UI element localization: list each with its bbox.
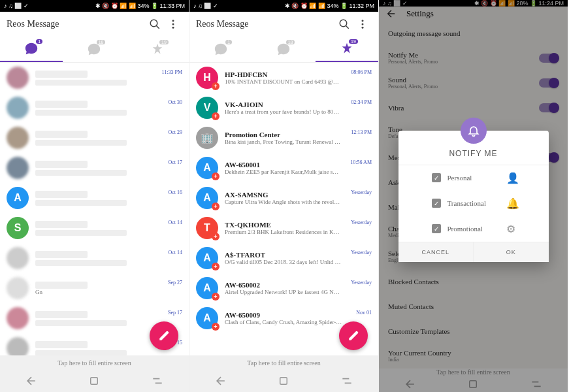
conversation-row[interactable]: Oct 17 <box>0 153 189 183</box>
person-icon: 👤 <box>506 172 515 184</box>
row-content <box>35 71 153 86</box>
avatar: A+ <box>196 277 218 299</box>
dialog-option-personal[interactable]: ✓ Personal 👤 <box>398 165 549 191</box>
conversation-row[interactable]: AOct 16 <box>0 183 189 213</box>
conversation-list[interactable]: H+HP-HDFCBN10% INSTANT DISCOUNT on Card … <box>189 63 378 355</box>
svg-point-3 <box>172 24 174 25</box>
cancel-button[interactable]: CANCEL <box>398 242 474 262</box>
message-preview <box>35 260 127 266</box>
conversation-row[interactable]: Oct 29 <box>0 123 189 153</box>
contact-name <box>35 131 88 138</box>
conversation-list[interactable]: 11:33 PMOct 30Oct 29Oct 17AOct 16SOct 14… <box>0 63 189 355</box>
svg-point-2 <box>172 20 174 22</box>
ok-button[interactable]: OK <box>474 242 549 262</box>
timestamp: Yesterday <box>351 280 372 286</box>
bell-icon: 🔔 <box>506 197 515 210</box>
tabs: 1 18 19 <box>0 37 189 63</box>
conversation-row[interactable]: 🏢Promotion CenterBina kisi janch, Free T… <box>189 123 378 153</box>
tab-promotional[interactable]: 19 <box>316 37 378 62</box>
plus-badge: + <box>212 323 219 331</box>
conversation-row[interactable]: A+AX-SAMSNGCapture Ultra Wide Angle shot… <box>189 183 378 213</box>
timestamp: Nov 01 <box>356 310 372 316</box>
tab-promotional[interactable]: 19 <box>126 37 189 62</box>
personal-tab-icon: 1 <box>214 42 228 57</box>
tab-personal[interactable]: 1 <box>0 37 63 62</box>
svg-point-4 <box>172 27 174 29</box>
dialog-overlay[interactable]: NOTIFY ME ✓ Personal 👤 ✓ Transactional 🔔… <box>379 0 568 392</box>
conversation-row[interactable]: GnSep 27 <box>0 273 189 303</box>
timestamp: Yesterday <box>351 189 372 195</box>
contact-name <box>35 101 88 108</box>
svg-line-7 <box>346 25 349 29</box>
screen-promotional: ♪ ♫ ⬜ ✓ ✱ 🔇 ⏰ 📶 📶 34% 🔋 11:32 PM Reos Me… <box>189 0 379 392</box>
tab-badge: 18 <box>97 40 106 44</box>
status-bar: ♪ ♫ ⬜ ✓ ✱ 🔇 ⏰ 📶 📶 34% 🔋 11:32 PM <box>189 0 378 12</box>
recents-button[interactable] <box>339 373 355 389</box>
message-preview: Clash of Clans, Candy Crush, Amazing Spi… <box>225 319 347 325</box>
more-icon[interactable] <box>353 15 372 33</box>
more-icon[interactable] <box>164 15 182 33</box>
bell-icon <box>461 118 487 144</box>
message-preview <box>35 140 127 146</box>
conversation-row[interactable]: A+AW-650001Dekhein ZEE5 par Karenjit Kau… <box>189 153 378 183</box>
recents-button[interactable] <box>150 373 165 389</box>
row-content: A$-TFAROTO/G valid till05 Dec 2018. 32 d… <box>225 251 342 265</box>
avatar: A+ <box>196 307 218 329</box>
sender-name: AX-SAMSNG <box>225 191 342 199</box>
fill-screen-hint[interactable]: Tap here to fill entire screen <box>0 355 189 370</box>
conversation-row[interactable]: H+HP-HDFCBN10% INSTANT DISCOUNT on Card … <box>189 63 378 93</box>
timestamp: Oct 29 <box>168 129 182 135</box>
search-icon[interactable] <box>335 15 353 33</box>
timestamp: 08:06 PM <box>351 69 372 75</box>
avatar <box>7 247 29 269</box>
option-label: Transactional <box>447 199 500 207</box>
dialog-option-transactional[interactable]: ✓ Transactional 🔔 <box>398 191 549 216</box>
status-left-icons: ♪ ♫ ⬜ ✓ <box>193 3 218 9</box>
conversation-row[interactable]: V+VK-AJIOINHere's a treat from your fave… <box>189 93 378 123</box>
gear-icon: ⚙ <box>506 223 515 235</box>
tab-transactional[interactable]: 18 <box>63 37 125 62</box>
compose-fab[interactable] <box>339 321 368 350</box>
avatar: A+ <box>196 187 218 209</box>
status-bar: ♪ ♫ ⬜ ✓ ✱ 🔇 ⏰ 📶 📶 34% 🔋 11:33 PM <box>0 0 189 12</box>
fill-screen-hint[interactable]: Tap here to fill entire screen <box>189 355 378 370</box>
compose-fab[interactable] <box>150 321 178 350</box>
contact-name <box>35 341 88 348</box>
conversation-row[interactable]: Oct 14 <box>0 243 189 273</box>
tab-transactional[interactable]: 18 <box>252 37 315 62</box>
conversation-row[interactable]: SOct 14 <box>0 213 189 243</box>
plus-badge: + <box>212 82 219 90</box>
timestamp: Oct 14 <box>168 220 182 225</box>
avatar <box>7 127 29 149</box>
back-button[interactable] <box>213 373 229 389</box>
contact-name <box>35 71 88 78</box>
conversation-row[interactable]: 11:33 PM <box>0 63 189 93</box>
message-preview <box>35 320 127 326</box>
plus-badge: + <box>212 172 219 180</box>
dialog-option-promotional[interactable]: ✓ Promotional ⚙ <box>398 216 549 242</box>
tab-badge: 19 <box>349 39 358 44</box>
message-preview <box>35 230 127 236</box>
conversation-row[interactable]: Oct 30 <box>0 93 189 123</box>
promo-tab-icon: 19 <box>150 42 165 57</box>
row-content <box>35 191 159 206</box>
avatar <box>7 97 29 119</box>
home-button[interactable] <box>276 373 291 389</box>
conversation-row[interactable]: T+TX-QKHOMEPremium 2/3 BHK Lakefront Res… <box>189 213 378 243</box>
svg-rect-5 <box>91 378 98 385</box>
tab-personal[interactable]: 1 <box>189 37 252 62</box>
message-preview: Dekhein ZEE5 par Karenjit Kaur,Mulk jais… <box>225 169 341 175</box>
row-content: VK-AJIOINHere's a treat from your fave b… <box>225 101 342 115</box>
plus-badge: + <box>212 263 219 270</box>
home-button[interactable] <box>86 373 102 389</box>
conversation-row[interactable]: A+A$-TFAROTO/G valid till05 Dec 2018. 32… <box>189 243 378 273</box>
back-button[interactable] <box>24 373 39 389</box>
timestamp: Oct 16 <box>168 189 182 195</box>
conversation-row[interactable]: A+AW-650002Airtel Upgraded Network! UP k… <box>189 273 378 303</box>
search-icon[interactable] <box>146 15 164 33</box>
timestamp: Sep 17 <box>168 310 182 316</box>
app-title: Reos Message <box>7 19 146 29</box>
sender-name: VK-AJIOIN <box>225 101 342 108</box>
svg-point-10 <box>362 27 364 29</box>
message-preview: Premium 2/3 BHK Lakefront Residences in … <box>225 229 342 235</box>
